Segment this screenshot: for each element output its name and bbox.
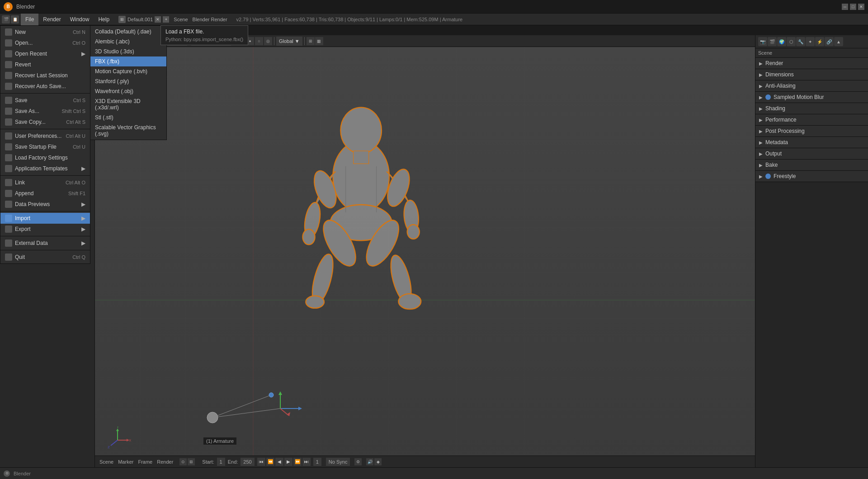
rp-world-icon[interactable]: 🌍 (777, 37, 786, 46)
rp-render-header[interactable]: ▶ Render (755, 58, 868, 69)
jump-start-btn[interactable]: ⏮ (257, 458, 265, 466)
file-open-recent[interactable]: Open Recent ▶ (0, 48, 90, 59)
file-quit[interactable]: Quit Ctrl Q (0, 252, 90, 263)
rp-bake-header[interactable]: ▶ Bake (755, 160, 868, 170)
vp-wire-icon[interactable]: ○ (255, 37, 263, 45)
menu-file[interactable]: File (21, 14, 38, 25)
rp-motionblur-header[interactable]: ▶ Sampled Motion Blur (755, 92, 868, 103)
workspace-expand[interactable]: + (163, 16, 169, 23)
import-bvh[interactable]: Motion Capture (.bvh) (90, 66, 166, 76)
maximize-button[interactable]: □ (850, 4, 856, 10)
prefs-icon (5, 132, 12, 140)
timeline-icon1[interactable]: ⊙ (179, 458, 187, 465)
close-button[interactable]: ✕ (858, 4, 864, 10)
import-3ds[interactable]: 3D Studio (.3ds) (90, 47, 166, 56)
audio-icon[interactable]: 🔊 (366, 458, 373, 465)
file-revert[interactable]: Revert (0, 59, 90, 70)
svg-marker-35 (298, 407, 302, 410)
export-icon (5, 225, 12, 233)
import-stl[interactable]: Stl (.stl) (90, 113, 166, 122)
file-app-templates[interactable]: Application Templates ▶ (0, 163, 90, 174)
file-recover-last[interactable]: Recover Last Session (0, 70, 90, 81)
rp-output-section: ▶ Output (755, 148, 868, 160)
vp-render-icon[interactable]: ◎ (264, 37, 272, 45)
rp-postprocessing-header[interactable]: ▶ Post Processing (755, 126, 868, 136)
rp-render-section: ▶ Render (755, 58, 868, 69)
rp-physics-icon[interactable]: ⚡ (815, 37, 824, 46)
current-frame[interactable]: 1 (313, 458, 321, 466)
file-load-factory[interactable]: Load Factory Settings (0, 152, 90, 163)
workspace-close[interactable]: ✕ (155, 16, 161, 23)
rp-data-icon[interactable]: ▲ (834, 37, 843, 46)
file-import[interactable]: Import ▶ (0, 213, 90, 224)
scene-icon: 🎬 (2, 15, 10, 23)
rp-performance-header[interactable]: ▶ Performance (755, 114, 868, 125)
jump-end-btn[interactable]: ⏭ (302, 458, 311, 466)
axis-widget: X Y Z (104, 427, 131, 454)
menu-window[interactable]: Window (66, 14, 94, 25)
file-link[interactable]: Link Ctrl Alt O (0, 177, 90, 188)
keyframe-icon[interactable]: ◆ (374, 458, 382, 465)
import-alembic[interactable]: Alembic (.abc) (90, 37, 166, 47)
rp-shading-header[interactable]: ▶ Shading (755, 103, 868, 114)
file-append[interactable]: Append Shift F1 (0, 188, 90, 199)
next-frame-btn[interactable]: ⏩ (293, 458, 302, 466)
file-export[interactable]: Export ▶ (0, 224, 90, 235)
file-open[interactable]: Open... Ctrl O (0, 38, 90, 48)
armature-rig (176, 372, 303, 440)
timeline-settings[interactable]: ⚙ (354, 458, 362, 465)
vp-grid-icon[interactable]: ⊞ (307, 37, 315, 45)
import-x3d[interactable]: X3D Extensible 3D (.x3d/.wrl) (90, 96, 166, 113)
rp-dimensions-header[interactable]: ▶ Dimensions (755, 69, 868, 80)
file-data-previews[interactable]: Data Previews ▶ (0, 199, 90, 210)
start-value[interactable]: 1 (217, 458, 225, 466)
rp-freestyle-header[interactable]: ▶ Freestyle (755, 171, 868, 182)
rp-object-icon[interactable]: ⬡ (787, 37, 796, 46)
import-ply[interactable]: Stanford (.ply) (90, 76, 166, 86)
rp-particles-icon[interactable]: ✦ (806, 37, 815, 46)
file-save-startup[interactable]: Save Startup File Ctrl U (0, 141, 90, 152)
rp-modifier-icon[interactable]: 🔧 (796, 37, 805, 46)
menu-help[interactable]: Help (94, 14, 114, 25)
timeline-frame-menu[interactable]: Frame (136, 459, 154, 465)
play-btn[interactable]: ▶ (284, 458, 292, 466)
rp-metadata-section: ▶ Metadata (755, 137, 868, 148)
timeline-marker-menu[interactable]: Marker (116, 459, 135, 465)
import-collada[interactable]: Collada (Default) (.dae) (90, 27, 166, 37)
rp-shading-section: ▶ Shading (755, 103, 868, 114)
vp-layers-icon[interactable]: ▦ (315, 37, 323, 45)
status-icon: ⚙ (4, 470, 10, 477)
file-external-data[interactable]: External Data ▶ (0, 238, 90, 249)
file-save-as[interactable]: Save As... Shift Ctrl S (0, 106, 90, 117)
rp-render-icon[interactable]: 📷 (758, 37, 767, 46)
rp-performance-section: ▶ Performance (755, 114, 868, 126)
timeline-icons: ⊙ ⊞ (179, 458, 195, 465)
reverse-play-btn[interactable]: ◀ (275, 458, 283, 466)
prev-frame-btn[interactable]: ⏪ (266, 458, 274, 466)
file-recover-auto[interactable]: Recover Auto Save... (0, 81, 90, 92)
file-save[interactable]: Save Ctrl S (0, 95, 90, 106)
rp-antialiasing-section: ▶ Anti-Aliasing (755, 80, 868, 92)
menu-render[interactable]: Render (38, 14, 65, 25)
svg-rect-16 (354, 151, 369, 164)
file-prefs[interactable]: User Preferences... Ctrl Alt U (0, 131, 90, 141)
rp-constraints-icon[interactable]: 🔗 (825, 37, 834, 46)
rp-metadata-header[interactable]: ▶ Metadata (755, 137, 868, 148)
3d-model (253, 74, 479, 381)
file-save-copy[interactable]: Save Copy... Ctrl Alt S (0, 117, 90, 127)
timeline-render-menu[interactable]: Render (155, 459, 175, 465)
timeline-scene-menu[interactable]: Scene (98, 459, 115, 465)
file-new[interactable]: New Ctrl N (0, 27, 90, 38)
rp-output-header[interactable]: ▶ Output (755, 148, 868, 159)
import-fbx[interactable]: FBX (.fbx) (90, 56, 166, 66)
minimize-button[interactable]: ─ (842, 4, 848, 10)
rp-antialiasing-header[interactable]: ▶ Anti-Aliasing (755, 80, 868, 91)
import-svg[interactable]: Scalable Vector Graphics (.svg) (90, 122, 166, 139)
end-value[interactable]: 250 (241, 458, 254, 466)
sync-mode[interactable]: No Sync (326, 458, 350, 466)
vp-global-btn[interactable]: Global ▼ (276, 37, 302, 46)
import-obj[interactable]: Wavefront (.obj) (90, 86, 166, 96)
rp-scene-icon[interactable]: 🎬 (768, 37, 777, 46)
armature-label: (1) Armature (203, 437, 236, 445)
timeline-icon2[interactable]: ⊞ (188, 458, 195, 465)
